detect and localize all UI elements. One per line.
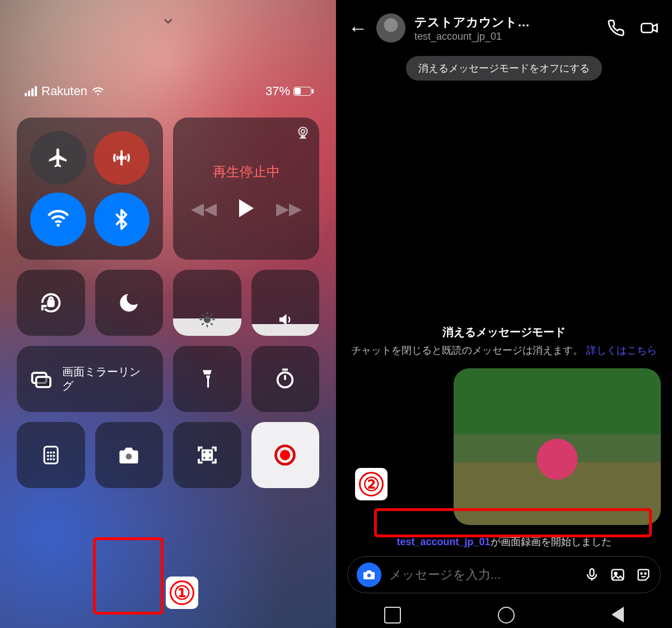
svg-point-30: [53, 458, 55, 461]
svg-point-25: [47, 455, 49, 457]
svg-point-29: [50, 458, 52, 461]
message-input[interactable]: [389, 568, 576, 582]
connectivity-tile[interactable]: [17, 118, 163, 260]
svg-point-0: [97, 93, 99, 95]
camera-capture-button[interactable]: [357, 563, 381, 587]
avatar[interactable]: [376, 13, 405, 43]
annotation-number-1: ①: [166, 577, 198, 609]
sticker-icon[interactable]: [636, 567, 651, 583]
screen-record-notice: test_account_jp_01が画面録画を開始しました: [394, 529, 613, 556]
nav-recent-icon[interactable]: [384, 607, 401, 624]
qr-scan-button[interactable]: [173, 422, 241, 488]
play-button[interactable]: [239, 199, 254, 217]
signal-icon: [25, 86, 37, 96]
cellular-data-button[interactable]: [94, 131, 150, 185]
svg-rect-38: [641, 24, 652, 32]
volume-slider[interactable]: [251, 270, 320, 336]
svg-rect-33: [208, 451, 212, 454]
svg-rect-17: [36, 377, 50, 387]
svg-point-7: [204, 317, 210, 322]
calculator-button[interactable]: [17, 422, 85, 488]
chat-dm-screen: ← テストアカウント… test_account_jp_01 消えるメッセージモ…: [336, 0, 672, 628]
svg-point-39: [367, 574, 371, 577]
svg-point-24: [53, 452, 55, 454]
gallery-icon[interactable]: [610, 567, 626, 583]
screen-record-button[interactable]: [251, 422, 320, 488]
back-arrow-icon[interactable]: ←: [348, 17, 367, 39]
svg-point-5: [301, 130, 305, 134]
svg-point-27: [53, 455, 55, 457]
svg-point-3: [57, 224, 60, 227]
orientation-lock-button[interactable]: [17, 270, 85, 336]
svg-line-13: [211, 324, 212, 325]
svg-point-28: [47, 458, 49, 461]
battery-icon: [293, 87, 311, 96]
bluetooth-button[interactable]: [94, 193, 150, 246]
brightness-icon: [199, 311, 216, 328]
svg-rect-32: [202, 451, 206, 454]
screen-mirroring-button[interactable]: 画面ミラーリング: [17, 346, 163, 412]
vanish-mode-pill[interactable]: 消えるメッセージモードをオフにする: [406, 56, 602, 81]
vanish-mode-description: チャットを閉じると既読のメッセージは消えます。 詳しくはこちら: [351, 343, 656, 358]
svg-rect-34: [202, 456, 206, 460]
audio-call-icon[interactable]: [607, 19, 625, 37]
vanish-mode-title: 消えるメッセージモード: [442, 325, 566, 340]
airplane-mode-button[interactable]: [30, 131, 86, 185]
screen-mirroring-label: 画面ミラーリング: [62, 365, 151, 393]
timer-button[interactable]: [251, 346, 320, 412]
chat-body: 消えるメッセージモード チャットを閉じると既読のメッセージは消えます。 詳しくは…: [336, 81, 672, 599]
ios-control-center: ⌄ Rakuten 37%: [0, 0, 336, 628]
svg-point-2: [120, 156, 123, 159]
svg-line-14: [202, 324, 203, 325]
chevron-down-icon: ⌄: [160, 6, 176, 28]
wifi-button[interactable]: [30, 193, 86, 246]
volume-icon: [277, 311, 293, 328]
do-not-disturb-button[interactable]: [95, 270, 164, 336]
mic-icon[interactable]: [584, 567, 600, 583]
svg-point-23: [50, 452, 52, 454]
flashlight-button[interactable]: [173, 346, 241, 412]
svg-point-43: [641, 573, 642, 574]
brightness-slider[interactable]: [173, 270, 241, 336]
svg-point-42: [614, 573, 617, 575]
annotation-number-2: ②: [355, 468, 388, 500]
svg-rect-35: [208, 456, 212, 460]
camera-button[interactable]: [95, 422, 164, 488]
nav-back-icon[interactable]: [612, 607, 624, 622]
vanish-mode-link[interactable]: 詳しくはこちら: [586, 345, 657, 356]
svg-point-44: [645, 573, 646, 574]
svg-point-26: [50, 455, 52, 457]
chat-username: test_account_jp_01: [414, 31, 598, 43]
rewind-button[interactable]: ◀◀: [191, 199, 217, 218]
photo-message[interactable]: [454, 368, 661, 525]
wifi-status-icon: [92, 86, 104, 96]
message-input-bar: [347, 556, 661, 593]
video-call-icon[interactable]: [640, 19, 660, 37]
svg-point-22: [47, 452, 49, 454]
forward-button[interactable]: ▶▶: [276, 199, 302, 218]
svg-point-37: [280, 450, 290, 460]
svg-line-15: [211, 315, 212, 316]
svg-rect-40: [590, 569, 594, 577]
svg-point-31: [126, 453, 132, 460]
status-bar: Rakuten 37%: [0, 84, 336, 99]
chat-display-name: テストアカウント…: [414, 14, 598, 31]
chat-header: ← テストアカウント… test_account_jp_01: [336, 0, 672, 48]
carrier-label: Rakuten: [41, 84, 87, 99]
android-nav-bar: [336, 599, 672, 628]
svg-rect-6: [48, 301, 54, 306]
battery-percent: 37%: [265, 84, 290, 99]
media-playback-tile[interactable]: 再生停止中 ◀◀ ▶▶: [173, 118, 319, 260]
media-status-label: 再生停止中: [213, 163, 280, 181]
nav-home-icon[interactable]: [498, 607, 515, 624]
airplay-icon[interactable]: [296, 125, 310, 140]
svg-line-12: [202, 315, 203, 316]
